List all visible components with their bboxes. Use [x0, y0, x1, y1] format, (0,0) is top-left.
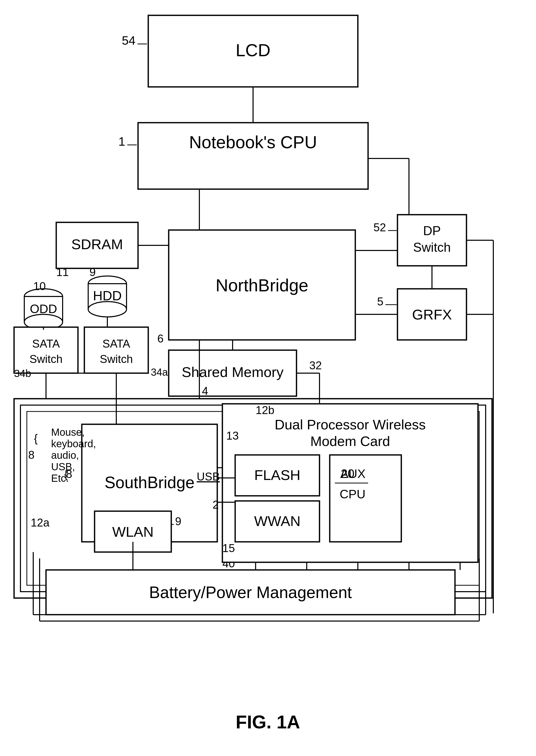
svg-text:2: 2	[213, 498, 219, 511]
svg-text:DP: DP	[423, 224, 441, 238]
svg-text:34a: 34a	[151, 367, 168, 378]
svg-text:audio,: audio,	[51, 449, 79, 461]
svg-text:9: 9	[89, 266, 96, 278]
svg-text:GRFX: GRFX	[412, 307, 452, 322]
svg-text:9: 9	[175, 515, 181, 528]
svg-point-42	[88, 302, 126, 317]
svg-text:15: 15	[222, 542, 235, 554]
svg-text:Shared Memory: Shared Memory	[182, 364, 284, 380]
svg-text:SATA: SATA	[32, 337, 60, 350]
svg-text:Mouse,: Mouse,	[51, 427, 84, 438]
svg-rect-59	[14, 327, 78, 373]
svg-text:SDRAM: SDRAM	[71, 236, 123, 252]
svg-text:Switch: Switch	[29, 353, 63, 365]
svg-text:AUX: AUX	[340, 467, 365, 480]
svg-text:WLAN: WLAN	[112, 524, 153, 540]
svg-text:Switch: Switch	[413, 240, 451, 254]
svg-text:FLASH: FLASH	[254, 467, 301, 483]
svg-text:LCD: LCD	[236, 40, 270, 60]
diagram-container: LCD 54 Notebook's CPU 1 DP Switch 52 GRF…	[0, 0, 536, 756]
svg-text:11: 11	[56, 266, 69, 278]
svg-text:Dual Processor Wireless: Dual Processor Wireless	[275, 417, 425, 432]
svg-text:Switch: Switch	[100, 353, 133, 365]
svg-text:32: 32	[309, 359, 322, 372]
svg-text:WWAN: WWAN	[254, 513, 300, 529]
svg-text:Modem Card: Modem Card	[310, 434, 390, 449]
svg-text:1: 1	[118, 135, 125, 148]
svg-text:12b: 12b	[255, 404, 274, 416]
svg-text:6: 6	[157, 332, 164, 345]
svg-text:34b: 34b	[14, 368, 31, 379]
svg-text:5: 5	[377, 295, 384, 308]
svg-text:Notebook's CPU: Notebook's CPU	[189, 132, 317, 152]
svg-text:USB: USB	[197, 470, 220, 483]
svg-text:FIG. 1A: FIG. 1A	[236, 712, 300, 732]
svg-rect-54	[84, 327, 148, 373]
svg-text:HDD: HDD	[93, 288, 122, 303]
svg-text:ODD: ODD	[30, 302, 57, 316]
svg-text:SATA: SATA	[103, 337, 130, 350]
svg-text:SouthBridge: SouthBridge	[105, 473, 194, 492]
svg-text:Etc.: Etc.	[51, 473, 69, 484]
svg-text:CPU: CPU	[340, 487, 365, 501]
svg-text:12a: 12a	[31, 516, 50, 529]
svg-text:Battery/Power Management: Battery/Power Management	[149, 583, 352, 602]
svg-text:52: 52	[373, 221, 386, 234]
svg-text:8: 8	[28, 448, 35, 461]
svg-text:keyboard,: keyboard,	[51, 438, 96, 449]
svg-text:{: {	[34, 432, 38, 444]
svg-text:13: 13	[226, 429, 239, 442]
svg-text:54: 54	[122, 34, 135, 47]
svg-text:4: 4	[202, 385, 208, 397]
svg-text:10: 10	[33, 280, 46, 292]
svg-text:USB,: USB,	[51, 461, 75, 472]
svg-text:NorthBridge: NorthBridge	[216, 276, 309, 295]
